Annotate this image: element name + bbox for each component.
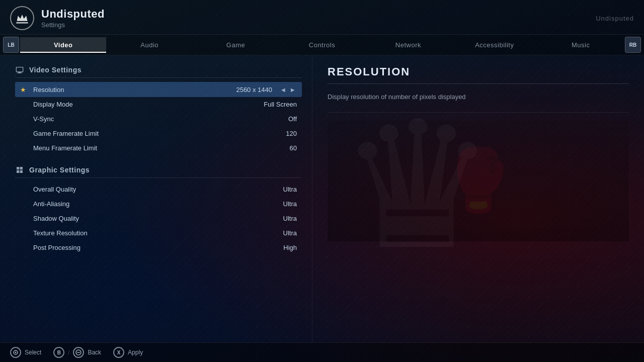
footer: Select B / Back X Apply bbox=[0, 342, 644, 362]
setting-row-display-mode[interactable]: Display Mode Full Screen bbox=[15, 97, 302, 112]
setting-name-display-mode: Display Mode bbox=[33, 101, 264, 108]
tab-network[interactable]: Network bbox=[365, 37, 451, 53]
setting-value-vsync: Off bbox=[288, 115, 297, 123]
b-button-icon: B bbox=[53, 347, 64, 358]
setting-row-shadow-quality[interactable]: Shadow Quality Ultra bbox=[15, 211, 302, 226]
setting-value-shadow-quality: Ultra bbox=[283, 215, 297, 222]
setting-name-resolution: Resolution bbox=[33, 86, 236, 94]
setting-name-menu-framerate: Menu Framerate Limit bbox=[33, 144, 290, 152]
setting-value-menu-framerate: 60 bbox=[290, 144, 297, 152]
info-panel-title: RESOLUTION bbox=[328, 65, 629, 84]
app-logo bbox=[10, 6, 34, 30]
app-subtitle: Settings bbox=[41, 21, 596, 29]
svg-point-1 bbox=[15, 352, 17, 353]
tab-music[interactable]: Music bbox=[538, 37, 624, 53]
graphic-settings-title: Graphic Settings bbox=[29, 166, 90, 174]
preview-placeholder: 🥊 bbox=[441, 145, 516, 216]
setting-name-anti-aliasing: Anti-Aliasing bbox=[33, 200, 283, 208]
setting-name-texture-resolution: Texture Resolution bbox=[33, 229, 283, 237]
crown-icon bbox=[15, 11, 29, 25]
svg-rect-3 bbox=[77, 352, 80, 353]
graphic-settings-list: Overall Quality Ultra Anti-Aliasing Ultr… bbox=[15, 182, 302, 255]
apply-button[interactable]: X Apply bbox=[113, 347, 143, 358]
right-panel: RESOLUTION Display resolution of number … bbox=[312, 55, 644, 342]
setting-value-game-framerate: 120 bbox=[286, 130, 297, 137]
setting-value-post-processing: High bbox=[283, 244, 297, 251]
setting-value-resolution: 2560 x 1440 ◀ ▶ bbox=[236, 85, 297, 94]
select-label: Select bbox=[25, 349, 41, 356]
x-button-icon: X bbox=[113, 347, 124, 358]
setting-name-vsync: V-Sync bbox=[33, 115, 288, 123]
lb-button[interactable]: LB bbox=[3, 37, 19, 53]
setting-name-post-processing: Post Processing bbox=[33, 244, 283, 251]
setting-value-display-mode: Full Screen bbox=[264, 101, 297, 108]
star-icon-resolution: ★ bbox=[20, 86, 29, 94]
select-button[interactable]: Select bbox=[10, 347, 41, 358]
back-circle-icon bbox=[73, 347, 84, 358]
video-settings-list: ★ Resolution 2560 x 1440 ◀ ▶ Display Mod… bbox=[15, 82, 302, 155]
setting-name-shadow-quality: Shadow Quality bbox=[33, 215, 283, 222]
grid-icon bbox=[15, 165, 24, 174]
main-area: Video Settings ★ Resolution 2560 x 1440 … bbox=[0, 55, 644, 342]
setting-row-post-processing[interactable]: Post Processing High bbox=[15, 240, 302, 255]
nav-tabs: LB Video Audio Game Controls Network Acc… bbox=[0, 35, 644, 55]
monitor-icon bbox=[15, 65, 24, 74]
setting-row-overall-quality[interactable]: Overall Quality Ultra bbox=[15, 182, 302, 197]
header: Undisputed Settings Undisputed bbox=[0, 0, 644, 35]
setting-value-texture-resolution: Ultra bbox=[283, 229, 297, 237]
resolution-arrows: ◀ ▶ bbox=[279, 85, 297, 94]
resolution-right-arrow[interactable]: ▶ bbox=[289, 85, 297, 94]
rb-button[interactable]: RB bbox=[625, 37, 641, 53]
tab-audio[interactable]: Audio bbox=[106, 37, 192, 53]
setting-row-resolution[interactable]: ★ Resolution 2560 x 1440 ◀ ▶ bbox=[15, 82, 302, 97]
setting-name-game-framerate: Game Framerate Limit bbox=[33, 130, 286, 137]
app-title: Undisputed bbox=[41, 8, 596, 21]
back-button[interactable]: B / Back bbox=[53, 347, 101, 358]
header-text: Undisputed Settings bbox=[41, 8, 596, 29]
resolution-left-arrow[interactable]: ◀ bbox=[279, 85, 287, 94]
left-panel: Video Settings ★ Resolution 2560 x 1440 … bbox=[0, 55, 312, 342]
tab-accessibility[interactable]: Accessibility bbox=[451, 37, 537, 53]
back-label: Back bbox=[88, 349, 101, 356]
info-divider bbox=[328, 112, 629, 113]
select-icon bbox=[10, 347, 21, 358]
setting-name-overall-quality: Overall Quality bbox=[33, 186, 283, 193]
video-settings-title: Video Settings bbox=[29, 66, 82, 74]
setting-row-menu-framerate[interactable]: Menu Framerate Limit 60 bbox=[15, 141, 302, 155]
setting-row-game-framerate[interactable]: Game Framerate Limit 120 bbox=[15, 126, 302, 141]
apply-label: Apply bbox=[128, 349, 143, 356]
setting-value-anti-aliasing: Ultra bbox=[283, 200, 297, 208]
info-panel-description: Display resolution of number of pixels d… bbox=[328, 92, 629, 102]
preview-area: 🥊 bbox=[328, 121, 629, 241]
video-settings-header: Video Settings bbox=[15, 65, 302, 78]
graphic-settings-header: Graphic Settings bbox=[15, 165, 302, 178]
setting-row-vsync[interactable]: V-Sync Off bbox=[15, 112, 302, 126]
tab-controls[interactable]: Controls bbox=[279, 37, 365, 53]
setting-row-texture-resolution[interactable]: Texture Resolution Ultra bbox=[15, 226, 302, 240]
setting-value-overall-quality: Ultra bbox=[283, 186, 297, 193]
setting-row-anti-aliasing[interactable]: Anti-Aliasing Ultra bbox=[15, 197, 302, 211]
tab-video[interactable]: Video bbox=[20, 37, 106, 53]
tab-game[interactable]: Game bbox=[193, 37, 279, 53]
header-right-label: Undisputed bbox=[596, 15, 634, 22]
